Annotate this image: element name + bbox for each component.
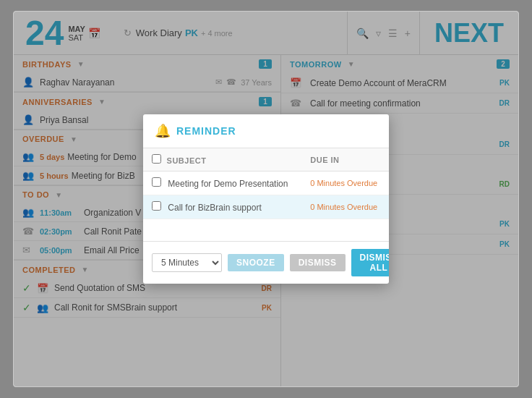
modal-overlay[interactable]: 🔔 REMINDER SUBJECT DUE IN: [14, 12, 518, 386]
select-all-checkbox[interactable]: [152, 154, 161, 164]
bell-icon: 🔔: [155, 123, 171, 139]
duein-col-header: DUE IN: [301, 148, 389, 172]
reminder-header: 🔔 REMINDER: [143, 114, 389, 148]
reminder-duein-2: 0 Minutes Overdue: [301, 195, 389, 219]
reminder-row-1: Meeting for Demo Presentation 0 Minutes …: [143, 172, 389, 195]
reminder-duein-1: 0 Minutes Overdue: [301, 172, 389, 195]
overdue-label-1: 0 Minutes Overdue: [310, 179, 377, 187]
reminder-table: SUBJECT DUE IN Meeting for Demo Presenta…: [143, 148, 389, 219]
app-window: 24 MAY SAT 📅 ↻ Work Diary PK + 4 more 🔍 …: [13, 11, 519, 387]
snooze-select[interactable]: 5 Minutes 10 Minutes 15 Minutes 30 Minut…: [152, 253, 222, 272]
reminder-modal: 🔔 REMINDER SUBJECT DUE IN: [143, 114, 389, 284]
dismiss-all-button[interactable]: DISMISS ALL: [351, 249, 389, 276]
reminder-subject-1: Meeting for Demo Presentation: [143, 172, 301, 195]
reminder-checkbox-1[interactable]: [152, 177, 161, 187]
reminder-row-2: Call for BizBrain support 0 Minutes Over…: [143, 195, 389, 219]
reminder-checkbox-2[interactable]: [152, 201, 161, 211]
dismiss-button[interactable]: DISMISS: [290, 254, 346, 271]
overdue-label-2: 0 Minutes Overdue: [310, 203, 377, 211]
reminder-footer: 5 Minutes 10 Minutes 15 Minutes 30 Minut…: [143, 241, 389, 284]
snooze-button[interactable]: SNOOZE: [228, 254, 284, 271]
subject-col-header: SUBJECT: [143, 148, 301, 172]
reminder-subject-2: Call for BizBrain support: [143, 195, 301, 219]
reminder-title: REMINDER: [176, 125, 236, 137]
